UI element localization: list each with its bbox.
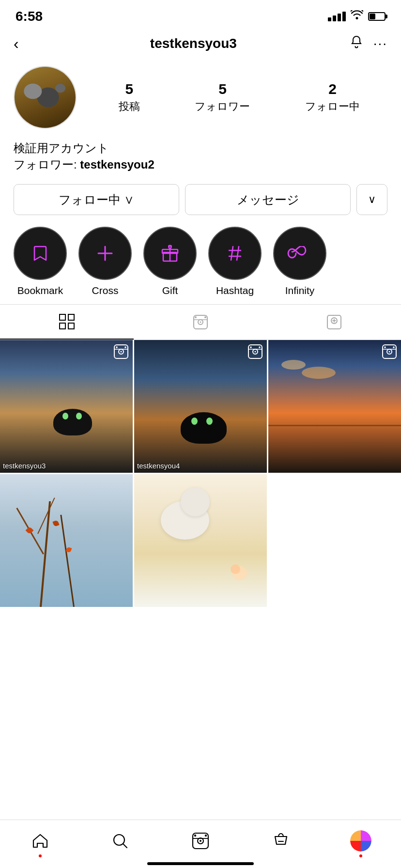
svg-point-31 [200, 840, 201, 842]
svg-point-15 [121, 351, 122, 353]
bio-section: 検証用アカウント フォロワー: testkensyou2 [0, 134, 401, 177]
highlight-label-infinity: Infinity [285, 285, 315, 296]
grid-item[interactable]: testkensyou3 [0, 340, 133, 473]
post-thumbnail-1: testkensyou3 [0, 340, 133, 473]
svg-point-10 [204, 316, 206, 318]
profile-username: testkensyou3 [150, 36, 237, 51]
profile-dot [359, 854, 362, 857]
followers-count: 5 [218, 81, 227, 97]
status-time: 6:58 [15, 9, 43, 24]
post-username-1: testkensyou3 [3, 462, 46, 470]
posts-label: 投稿 [119, 99, 140, 114]
signal-icon [328, 12, 346, 21]
tab-tagged[interactable] [267, 305, 401, 340]
followers-label: フォロワー [195, 99, 250, 114]
highlight-bookmark[interactable]: Bookmark [14, 227, 67, 296]
bottom-nav [0, 820, 401, 868]
post-thumbnail-2: testkensyou4 [134, 340, 267, 473]
follow-button[interactable]: フォロー中 ∨ [14, 184, 179, 215]
notification-icon[interactable] [349, 35, 364, 53]
highlight-infinity[interactable]: Infinity [273, 227, 326, 296]
more-options-icon[interactable]: ··· [373, 36, 387, 51]
search-icon [111, 832, 129, 850]
reel-badge-1 [113, 344, 129, 361]
post-thumbnail-3 [268, 340, 401, 473]
grid-icon [59, 313, 75, 330]
followers-stat[interactable]: 5 フォロワー [195, 81, 250, 114]
nav-shop[interactable] [266, 826, 295, 855]
svg-point-17 [124, 346, 126, 348]
dropdown-button[interactable]: ∨ [356, 184, 387, 215]
post-username-2: testkensyou4 [137, 462, 180, 470]
highlight-cross[interactable]: Cross [78, 227, 132, 296]
profile-stats: 5 投稿 5 フォロワー 2 フォロー中 [91, 81, 387, 114]
profile-nav-icon [350, 830, 371, 852]
reel-badge-2 [247, 344, 263, 361]
nav-search[interactable] [106, 826, 135, 855]
grid-item[interactable] [134, 474, 267, 607]
header-actions: ··· [349, 35, 387, 53]
highlight-label-gift: Gift [162, 285, 178, 296]
svg-point-33 [205, 834, 207, 836]
action-buttons: フォロー中 ∨ メッセージ ∨ [0, 177, 401, 222]
back-button[interactable]: ‹ [14, 35, 38, 53]
reels-nav-icon [191, 832, 210, 850]
svg-point-20 [255, 351, 256, 353]
grid-item[interactable] [268, 340, 401, 473]
avatar-image [15, 67, 76, 128]
battery-icon [368, 12, 386, 21]
posts-count: 5 [125, 81, 133, 97]
highlight-gift[interactable]: Gift [143, 227, 197, 296]
posts-stat: 5 投稿 [119, 81, 140, 114]
status-icons [328, 10, 386, 23]
post-thumbnail-5 [134, 474, 267, 607]
svg-point-9 [195, 316, 197, 318]
home-icon [31, 832, 49, 850]
grid-item[interactable] [0, 474, 133, 607]
following-stat[interactable]: 2 フォロー中 [305, 81, 360, 114]
highlight-circle-cross [78, 227, 132, 280]
svg-point-8 [200, 322, 201, 323]
highlight-circle-infinity [273, 227, 326, 280]
tab-grid[interactable] [0, 305, 134, 340]
highlight-hashtag[interactable]: Hashtag [208, 227, 262, 296]
reel-badge-3 [382, 344, 397, 361]
shop-icon [272, 832, 290, 850]
svg-point-25 [389, 351, 390, 353]
bio-follower: フォロワー: testkensyou2 [14, 157, 387, 172]
post-thumbnail-4 [0, 474, 133, 607]
highlight-circle-bookmark [14, 227, 67, 280]
svg-rect-4 [60, 323, 65, 329]
svg-rect-5 [68, 323, 74, 329]
home-indicator [147, 862, 254, 865]
following-count: 2 [328, 81, 337, 97]
profile-section: 5 投稿 5 フォロワー 2 フォロー中 [0, 58, 401, 134]
highlight-label-cross: Cross [92, 285, 119, 296]
nav-profile[interactable] [346, 826, 375, 855]
nav-reels[interactable] [186, 826, 215, 855]
bio-follower-prefix: フォロワー: [14, 158, 80, 171]
bio-follower-name[interactable]: testkensyou2 [80, 158, 154, 171]
highlights-section: Bookmark Cross Gift Hashta [0, 222, 401, 304]
svg-rect-2 [60, 314, 65, 320]
nav-home[interactable] [26, 826, 55, 855]
tab-reels[interactable] [134, 305, 267, 340]
svg-point-16 [116, 346, 118, 348]
message-button[interactable]: メッセージ [185, 184, 351, 215]
highlight-label-bookmark: Bookmark [17, 285, 63, 296]
content-tabs [0, 304, 401, 340]
following-label: フォロー中 [305, 99, 360, 114]
reels-icon [192, 314, 209, 330]
home-dot [39, 854, 42, 857]
svg-point-32 [194, 834, 196, 836]
highlight-circle-gift [143, 227, 197, 280]
bio-text: 検証用アカウント [14, 140, 387, 157]
grid-item[interactable]: testkensyou4 [134, 340, 267, 473]
svg-point-22 [259, 346, 261, 348]
highlight-label-hashtag: Hashtag [216, 285, 254, 296]
avatar [14, 66, 77, 129]
profile-header: ‹ testkensyou3 ··· [0, 29, 401, 58]
status-bar: 6:58 [0, 0, 401, 29]
svg-point-27 [393, 346, 395, 348]
tagged-icon [326, 314, 342, 330]
